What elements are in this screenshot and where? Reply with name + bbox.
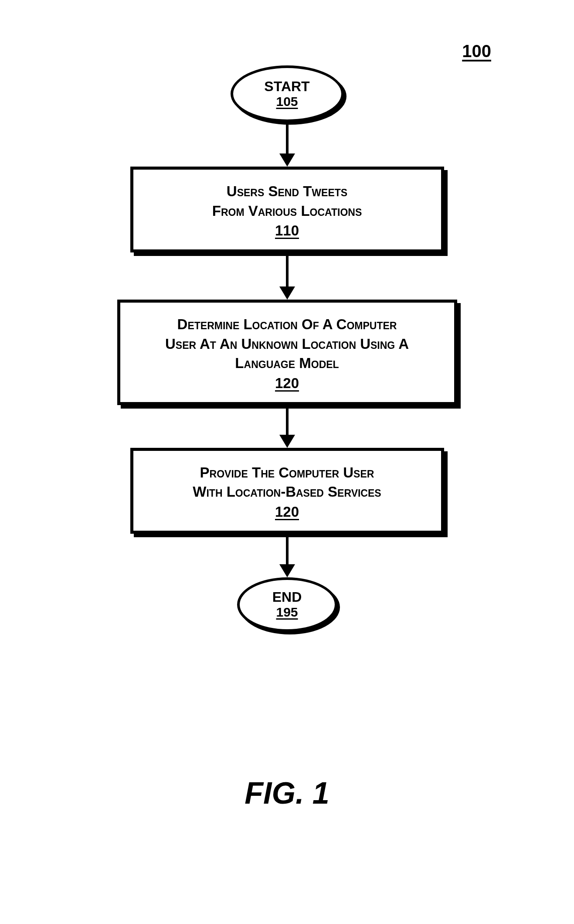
start-terminator: START 105	[231, 65, 344, 122]
process-box-2: Determine Location Of A Computer User At…	[117, 300, 457, 405]
flowchart: START 105 Users Send Tweets From Various…	[0, 65, 574, 632]
start-ref: 105	[276, 94, 298, 109]
diagram-reference-number: 100	[462, 41, 491, 61]
process-1-line-1: Users Send Tweets	[227, 182, 347, 201]
figure-caption: FIG. 1	[0, 776, 574, 811]
process-2-ref: 120	[275, 375, 299, 392]
arrow-icon	[279, 252, 295, 300]
arrow-icon	[279, 405, 295, 448]
start-label: START	[264, 79, 309, 94]
process-3-line-2: With Location-Based Services	[193, 482, 381, 502]
process-2-line-3: Language Model	[235, 354, 339, 373]
end-ref: 195	[276, 605, 298, 619]
process-2-line-2: User At An Unknown Location Using A	[165, 334, 409, 354]
process-box-1: Users Send Tweets From Various Locations…	[130, 167, 444, 252]
process-3-ref: 120	[275, 504, 299, 520]
process-box-3: Provide The Computer User With Location-…	[130, 448, 444, 534]
arrow-icon	[279, 122, 295, 167]
end-terminator: END 195	[237, 577, 337, 632]
end-label: END	[272, 590, 302, 605]
process-3-line-1: Provide The Computer User	[200, 463, 374, 483]
arrow-icon	[279, 534, 295, 577]
page: 100 START 105 Users Send Tweets From Var…	[0, 0, 574, 924]
process-1-line-2: From Various Locations	[212, 201, 362, 221]
process-2-line-1: Determine Location Of A Computer	[177, 315, 397, 334]
process-1-ref: 110	[275, 222, 299, 239]
